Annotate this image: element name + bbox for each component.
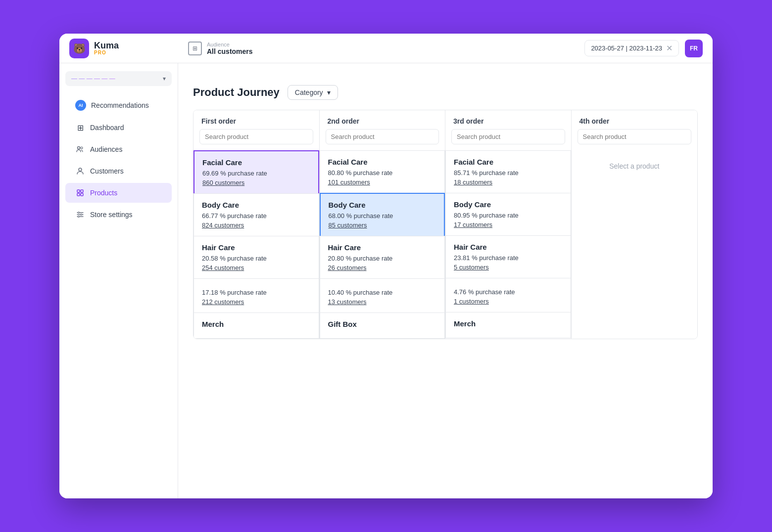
card-customers[interactable]: 5 customers [454, 264, 563, 271]
card-hair-care-2[interactable]: Hair Care 20.80 % purchase rate 26 custo… [320, 236, 445, 278]
audience-label: Audience [207, 42, 253, 47]
content-inner: Product Journey Category ▾ First order [178, 63, 713, 349]
store-selector-text: — — — — — — [71, 75, 115, 82]
card-hair-care-1[interactable]: Hair Care 20.58 % purchase rate 254 cust… [193, 236, 319, 278]
card-unnamed-1[interactable]: 17.18 % purchase rate 212 customers [193, 278, 319, 312]
order-2-header: 2nd order [320, 110, 445, 129]
sidebar: — — — — — — ▾ AI Recommendations ⊞ Dashb… [59, 63, 178, 498]
card-customers[interactable]: 824 customers [202, 222, 311, 229]
date-range-text: 2023-05-27 | 2023-11-23 [591, 44, 662, 52]
content-area: Product Journey Category ▾ First order [178, 63, 713, 498]
order-1-search-wrap [193, 129, 319, 150]
card-rate: 68.00 % purchase rate [329, 212, 436, 220]
order-column-2: 2nd order Facial Care 80.80 % purchase r… [320, 110, 446, 339]
sidebar-item-recommendations[interactable]: AI Recommendations [65, 95, 172, 116]
logo-name: Kuma [94, 41, 119, 50]
svg-point-9 [78, 216, 80, 218]
card-facial-care-1[interactable]: Facial Care 69.69 % purchase rate 860 cu… [193, 150, 319, 193]
language-button[interactable]: FR [685, 40, 703, 57]
order-1-search-input[interactable] [199, 129, 313, 144]
card-name: Hair Care [202, 243, 311, 252]
order-2-search-input[interactable] [326, 129, 439, 144]
sidebar-item-dashboard[interactable]: ⊞ Dashboard [65, 118, 172, 137]
card-rate: 66.77 % purchase rate [202, 212, 311, 220]
svg-point-7 [78, 212, 80, 214]
svg-rect-5 [77, 193, 80, 196]
card-customers[interactable]: 254 customers [202, 264, 311, 271]
sidebar-item-audiences[interactable]: Audiences [65, 139, 172, 159]
card-rate: 17.18 % purchase rate [202, 289, 311, 296]
card-customers[interactable]: 212 customers [202, 298, 311, 306]
svg-rect-4 [81, 190, 83, 192]
card-name: Facial Care [454, 158, 563, 166]
card-customers[interactable]: 17 customers [454, 221, 563, 228]
chevron-down-icon: ▾ [327, 89, 331, 96]
card-customers[interactable]: 26 customers [328, 264, 437, 271]
card-name: Facial Care [202, 158, 310, 167]
date-close-icon[interactable]: ✕ [666, 44, 673, 53]
logo-pro: PRO [94, 50, 119, 55]
card-name: Merch [202, 320, 311, 328]
card-hair-care-3[interactable]: Hair Care 23.81 % purchase rate 5 custom… [445, 235, 571, 278]
card-facial-care-2[interactable]: Facial Care 80.80 % purchase rate 101 cu… [320, 150, 445, 193]
card-name: Hair Care [454, 243, 563, 251]
audience-info: ⊞ Audience All customers [188, 42, 253, 55]
journey-grid: First order Facial Care 69.69 % purchase… [193, 110, 698, 339]
card-customers[interactable]: 1 customers [454, 298, 563, 305]
audience-labels: Audience All customers [207, 42, 253, 55]
category-dropdown-label: Category [295, 89, 323, 96]
sidebar-item-label: Store settings [90, 211, 133, 219]
order-1-cards: Facial Care 69.69 % purchase rate 860 cu… [193, 150, 319, 339]
customers-icon [75, 166, 85, 176]
select-product-placeholder: Select a product [572, 150, 698, 182]
order-4-header: 4th order [572, 110, 698, 129]
order-4-search-wrap [572, 129, 698, 150]
order-3-search-input[interactable] [451, 129, 565, 144]
card-customers[interactable]: 860 customers [202, 179, 310, 186]
svg-point-2 [79, 168, 82, 171]
card-merch-1[interactable]: Merch [193, 312, 319, 339]
svg-rect-3 [77, 190, 80, 192]
date-range[interactable]: 2023-05-27 | 2023-11-23 ✕ [584, 40, 679, 56]
card-unnamed-2[interactable]: 10.40 % purchase rate 13 customers [320, 278, 445, 312]
order-2-search-wrap [320, 129, 445, 150]
card-name: Gift Box [328, 320, 437, 328]
card-rate: 20.58 % purchase rate [202, 255, 311, 262]
logo-text: Kuma PRO [94, 41, 119, 55]
card-unnamed-3[interactable]: 4.76 % purchase rate 1 customers [445, 278, 571, 312]
card-rate: 69.69 % purchase rate [202, 170, 310, 177]
card-customers[interactable]: 101 customers [328, 178, 437, 186]
card-gift-box-2[interactable]: Gift Box [320, 312, 445, 339]
svg-rect-6 [81, 193, 83, 196]
order-1-header: First order [193, 110, 319, 129]
card-body-care-2[interactable]: Body Care 68.00 % purchase rate 85 custo… [320, 193, 445, 236]
order-3-header: 3rd order [445, 110, 571, 129]
card-name: Body Care [202, 201, 311, 209]
section-header: Product Journey Category ▾ [193, 73, 698, 100]
sidebar-item-customers[interactable]: Customers [65, 161, 172, 181]
sidebar-item-products[interactable]: Products [65, 183, 172, 203]
card-customers[interactable]: 13 customers [328, 298, 437, 306]
sidebar-item-store-settings[interactable]: Store settings [65, 205, 172, 224]
card-rate: 85.71 % purchase rate [454, 169, 563, 177]
card-customers[interactable]: 18 customers [454, 178, 563, 186]
card-rate: 4.76 % purchase rate [454, 288, 563, 296]
card-customers[interactable]: 85 customers [329, 222, 436, 229]
card-facial-care-3[interactable]: Facial Care 85.71 % purchase rate 18 cus… [445, 150, 571, 193]
sidebar-item-label: Dashboard [90, 124, 124, 132]
card-body-care-1[interactable]: Body Care 66.77 % purchase rate 824 cust… [193, 193, 319, 236]
audience-name: All customers [207, 47, 253, 55]
card-name: Body Care [454, 200, 563, 209]
category-dropdown[interactable]: Category ▾ [288, 85, 338, 100]
card-rate: 23.81 % purchase rate [454, 254, 563, 262]
card-name: Facial Care [328, 158, 437, 166]
order-4-search-input[interactable] [578, 129, 692, 144]
card-rate: 80.80 % purchase rate [328, 169, 437, 177]
card-rate: 10.40 % purchase rate [328, 289, 437, 296]
audiences-icon [75, 144, 85, 154]
card-merch-3[interactable]: Merch [445, 312, 571, 338]
card-body-care-3[interactable]: Body Care 80.95 % purchase rate 17 custo… [445, 193, 571, 235]
card-name: Merch [454, 319, 563, 328]
card-rate: 20.80 % purchase rate [328, 255, 437, 262]
store-selector[interactable]: — — — — — — ▾ [65, 71, 172, 86]
